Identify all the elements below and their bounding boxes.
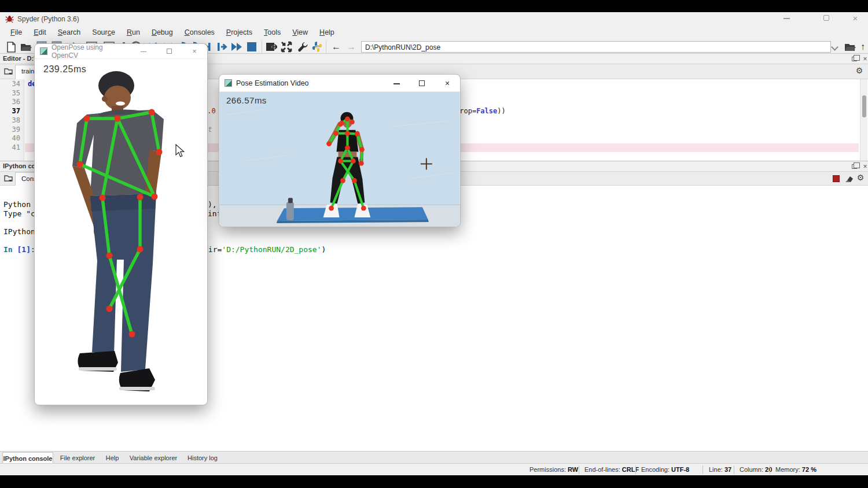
spyder-logo-icon <box>5 14 14 23</box>
file-switcher-folder-icon[interactable] <box>4 67 13 76</box>
open-file-icon[interactable] <box>20 40 32 53</box>
console-command-fragment: dir='D:/PythonRUN/2D_pose') <box>204 245 326 254</box>
preferences-wrench-icon[interactable] <box>296 40 309 53</box>
openpose-maximize-icon[interactable] <box>156 47 182 56</box>
openpose-title: OpenPose using OpenCV <box>52 43 131 60</box>
clear-console-eraser-icon[interactable] <box>844 175 854 184</box>
restore-button[interactable] <box>818 14 835 24</box>
tab-file-explorer[interactable]: File explorer <box>57 452 98 464</box>
console-prompt: In [1]: <box>3 245 35 254</box>
close-button[interactable]: × <box>847 14 864 24</box>
continue-icon[interactable] <box>230 40 243 53</box>
menu-file[interactable]: File <box>5 27 28 38</box>
fullscreen-icon[interactable] <box>280 40 293 53</box>
pane-tab-bar: IPython console File explorer Help Varia… <box>0 451 868 463</box>
openpose-window[interactable]: OpenPose using OpenCV × 239.25ms <box>34 43 208 405</box>
stop-icon[interactable] <box>245 40 258 53</box>
line-number: 36 <box>3 98 20 106</box>
pose-video-minimize-icon[interactable] <box>384 79 409 88</box>
menu-bar: File Edit Search Source Run Debug Consol… <box>0 26 868 38</box>
close-editor-icon[interactable]: × <box>861 55 868 63</box>
menu-search[interactable]: Search <box>52 27 87 38</box>
pose-video-canvas: 266.57ms <box>219 92 460 227</box>
status-column: Column: 20 <box>740 466 772 473</box>
browse-directory-folder-icon[interactable] <box>844 40 856 53</box>
status-encoding: Encoding: UTF-8 <box>641 466 689 473</box>
menu-debug[interactable]: Debug <box>146 27 179 38</box>
back-arrow-icon[interactable]: ← <box>330 40 343 53</box>
pose-video-latency-text: 266.57ms <box>226 95 267 105</box>
menu-view[interactable]: View <box>286 27 314 38</box>
status-permissions: Permissions: RW <box>529 466 578 473</box>
image-window-icon <box>40 47 47 55</box>
menu-source[interactable]: Source <box>86 27 121 38</box>
console-banner3: IPython <box>3 227 35 236</box>
line-number-current: 37 <box>3 107 20 116</box>
mouse-cursor <box>175 144 186 158</box>
line-number-gutter: 34 35 36 37 38 39 40 41 <box>0 79 24 161</box>
close-console-icon[interactable]: × <box>861 162 868 171</box>
tab-history-log[interactable]: History log <box>184 452 221 464</box>
menu-projects[interactable]: Projects <box>220 27 258 38</box>
interrupt-kernel-icon[interactable] <box>833 175 840 182</box>
line-number: 40 <box>3 134 20 143</box>
status-eol: End-of-lines: CRLF <box>584 466 639 473</box>
openpose-close-icon[interactable]: × <box>182 47 207 56</box>
parent-directory-up-icon[interactable]: ↑ <box>856 40 868 53</box>
openpose-latency-text: 239.25ms <box>43 64 86 75</box>
chevron-down-icon[interactable] <box>831 43 838 51</box>
line-number: 34 <box>3 80 20 88</box>
export-layout-icon[interactable] <box>265 40 278 53</box>
console-switcher-folder-icon[interactable] <box>4 174 13 183</box>
openpose-minimize-icon[interactable] <box>131 47 156 56</box>
image-window-icon <box>225 79 232 87</box>
pose-video-titlebar[interactable]: Pose Estimation Video × <box>219 75 460 92</box>
status-bar: Permissions: RW End-of-lines: CRLF Encod… <box>0 463 868 475</box>
status-line: Line: 37 <box>709 466 731 473</box>
pose-video-frame <box>219 92 460 227</box>
titlebar: Spyder (Python 3.6) × <box>0 12 868 26</box>
line-number: 41 <box>3 143 20 152</box>
menu-consoles[interactable]: Consoles <box>179 27 220 38</box>
working-directory-input[interactable]: D:\PythonRUN\2D_pose <box>361 41 831 53</box>
step-return-icon[interactable] <box>215 40 228 53</box>
pose-video-window[interactable]: Pose Estimation Video × <box>219 74 461 227</box>
window-title: Spyder (Python 3.6) <box>17 15 79 23</box>
forward-arrow-icon[interactable]: → <box>345 40 358 53</box>
line-number: 35 <box>3 89 20 98</box>
undock-editor-icon[interactable] <box>852 55 860 63</box>
editor-scrollbar[interactable] <box>860 79 867 161</box>
pose-video-maximize-icon[interactable] <box>409 79 435 88</box>
menu-edit[interactable]: Edit <box>28 27 52 38</box>
pose-video-close-icon[interactable]: × <box>435 79 460 88</box>
line-number: 39 <box>3 125 20 134</box>
menu-help[interactable]: Help <box>314 27 340 38</box>
editor-options-gear-icon[interactable]: ⚙ <box>855 66 863 75</box>
status-memory: Memory: 72 % <box>775 466 816 473</box>
code-line37-fragment: crop=False)) <box>455 107 506 116</box>
openpose-titlebar[interactable]: OpenPose using OpenCV × <box>35 44 207 59</box>
console-options-gear-icon[interactable]: ⚙ <box>856 173 865 182</box>
minimize-button[interactable] <box>778 14 795 24</box>
menu-tools[interactable]: Tools <box>258 27 286 38</box>
pose-video-title: Pose Estimation Video <box>236 79 309 87</box>
tab-variable-explorer[interactable]: Variable explorer <box>127 452 179 464</box>
line-number: 38 <box>3 116 20 125</box>
menu-run[interactable]: Run <box>121 27 146 38</box>
tab-ipython-console[interactable]: IPython console <box>2 452 53 464</box>
openpose-figure <box>35 59 207 405</box>
undock-console-icon[interactable] <box>852 162 860 171</box>
python-path-icon[interactable] <box>311 40 323 53</box>
openpose-canvas: 239.25ms <box>35 59 207 405</box>
tab-help[interactable]: Help <box>102 452 123 464</box>
new-file-icon[interactable] <box>5 40 17 53</box>
editor-scrollbar-thumb[interactable] <box>862 95 866 117</box>
